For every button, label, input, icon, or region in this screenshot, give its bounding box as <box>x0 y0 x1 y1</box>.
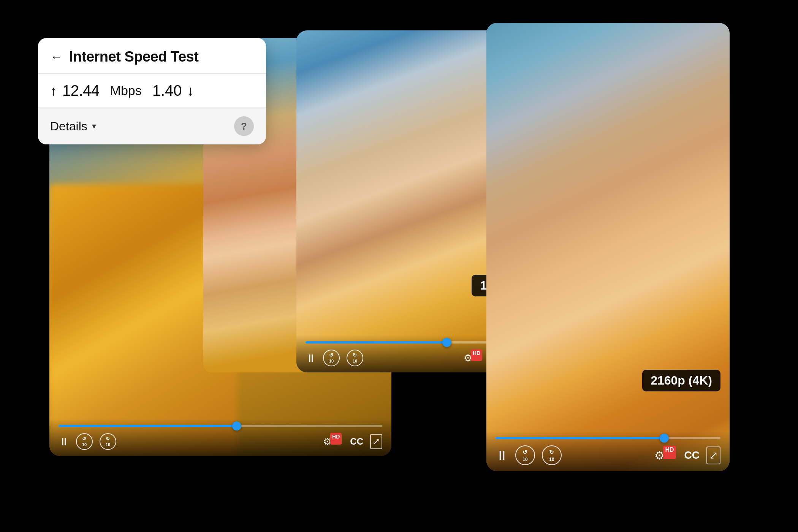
speed-row: ↑ 12.44 Mbps 1.40 ↓ <box>38 74 266 108</box>
rewind-button-1080p[interactable]: ↺10 <box>323 350 340 366</box>
settings-button-1080p[interactable]: ⚙ HD <box>464 352 484 364</box>
upload-speed-value: 12.44 <box>62 82 100 99</box>
rewind-button-4k[interactable]: ↺10 <box>515 445 535 465</box>
hd-badge-480p: HD <box>330 433 342 445</box>
speed-card-header: ← Internet Speed Test <box>38 38 266 74</box>
back-button[interactable]: ← <box>50 50 62 64</box>
upload-arrow-icon: ↑ <box>50 83 57 99</box>
fullscreen-button-4k[interactable]: ⤢ <box>706 446 720 464</box>
quality-badge-4k: 2160p (4K) <box>642 370 720 391</box>
hd-badge-4k: HD <box>663 446 676 459</box>
pause-button-480p[interactable]: ⏸ <box>59 435 69 448</box>
video-controls-480p: ⏸ ↺10 ↻10 ⚙ HD CC ⤢ <box>49 419 391 456</box>
pause-button-4k[interactable]: ⏸ <box>496 448 508 463</box>
forward-button-4k[interactable]: ↻10 <box>542 445 562 465</box>
progress-bar-4k[interactable] <box>496 437 720 439</box>
video-panel-4k: 2160p (4K) ⏸ ↺10 ↻10 <box>486 23 730 471</box>
forward-button-1080p[interactable]: ↻10 <box>347 350 363 366</box>
speed-card-title: Internet Speed Test <box>69 49 198 65</box>
forward-button-480p[interactable]: ↻10 <box>100 433 116 450</box>
details-label: Details <box>50 119 87 133</box>
video-controls-4k: ⏸ ↺10 ↻10 ⚙ HD CC ⤢ <box>486 431 730 471</box>
pause-button-1080p[interactable]: ⏸ <box>306 352 316 364</box>
download-arrow-icon: ↓ <box>187 83 194 99</box>
chevron-down-icon: ▾ <box>92 121 96 131</box>
details-button[interactable]: Details ▾ <box>50 119 96 133</box>
upload-speed-display: ↑ 12.44 <box>50 82 100 99</box>
cc-button-480p[interactable]: CC <box>350 436 363 447</box>
speed-unit-label: Mbps <box>110 83 142 98</box>
fullscreen-button-480p[interactable]: ⤢ <box>370 434 382 449</box>
main-scene: 480p ⏸ ↺10 ↻10 <box>38 23 760 509</box>
help-button[interactable]: ? <box>234 116 254 136</box>
help-icon: ? <box>241 120 247 132</box>
rewind-button-480p[interactable]: ↺10 <box>76 433 93 450</box>
progress-bar-480p[interactable] <box>59 425 382 427</box>
settings-button-4k[interactable]: ⚙ HD <box>654 449 677 462</box>
cc-button-4k[interactable]: CC <box>684 449 700 461</box>
settings-button-480p[interactable]: ⚙ HD <box>323 436 343 448</box>
speed-test-card: ← Internet Speed Test ↑ 12.44 Mbps 1.40 … <box>38 38 266 144</box>
speed-card-footer: Details ▾ ? <box>38 108 266 144</box>
download-speed-value: 1.40 <box>152 82 182 99</box>
hd-badge-1080p: HD <box>471 349 482 361</box>
